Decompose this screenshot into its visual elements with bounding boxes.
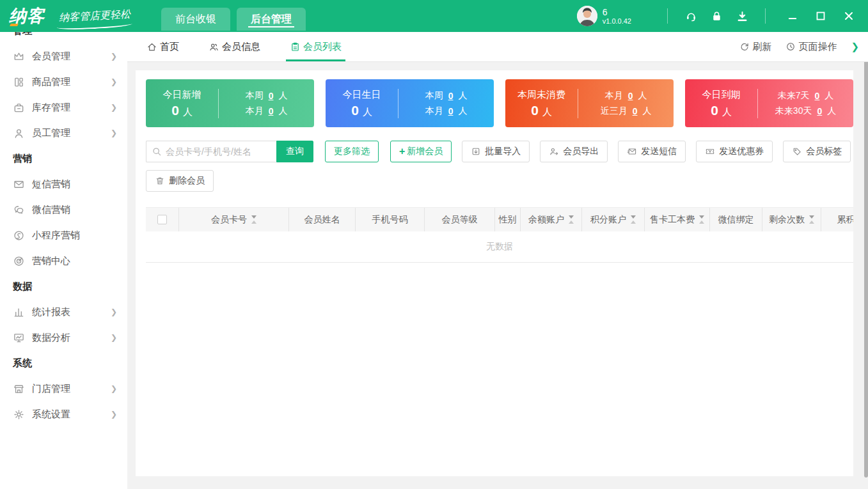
column-header[interactable]: 微信绑定 [710,208,762,231]
select-all-checkbox[interactable] [157,215,167,224]
add-member-button[interactable]: + 新增会员 [390,141,452,162]
subrow-label: 本周 [425,90,443,102]
subrow-value-link[interactable]: 0 [269,106,274,116]
sidebar-item[interactable]: 统计报表❯ [0,299,127,325]
search-button[interactable]: 查询 [276,141,313,162]
column-label: 累积积分 [837,214,854,226]
stat-card-value: 0人 [171,103,193,118]
sidebar-item[interactable]: 库存管理❯ [0,95,127,120]
page-ops-button[interactable]: 页面操作 [785,41,837,53]
column-label: 性别 [499,214,517,226]
more-filters-button[interactable]: 更多筛选 [325,141,379,162]
stat-card: 本周未消费0人本月0人近三月0人 [505,79,674,127]
chevron-right-icon: ❯ [111,103,117,112]
download-icon[interactable] [729,6,755,26]
sidebar-item-label: 系统设置 [32,408,111,421]
sidebar-item[interactable]: 微信营销 [0,197,127,222]
sidebar-item[interactable]: 营销中心 [0,248,127,274]
sort-icon[interactable] [699,215,704,224]
chevron-right-icon: ❯ [111,384,117,393]
chevron-right-icon[interactable]: ❯ [851,41,859,52]
sidebar-item[interactable]: 小程序营销 [0,222,127,248]
subrow-value-link[interactable]: 0 [633,106,638,116]
column-header[interactable]: 余额账户 [521,208,582,231]
chevron-right-icon: ❯ [111,128,117,137]
sort-icon[interactable] [251,215,256,224]
sidebar-item[interactable]: 短信营销 [0,171,127,197]
subrow-value-link[interactable]: 0 [628,91,633,101]
page-tabs: 首页会员信息会员列表 [146,32,342,61]
sort-icon[interactable] [631,215,636,224]
sidebar-item[interactable]: 员工管理❯ [0,120,127,146]
stat-card-subrow: 本周0人 [425,90,468,102]
support-icon[interactable] [678,6,704,26]
subrow-value-link[interactable]: 0 [448,91,454,101]
subrow-unit: 人 [458,105,467,117]
subrow-label: 近三月 [601,105,627,117]
export-button[interactable]: 会员导出 [540,141,608,162]
subrow-unit: 人 [638,90,647,102]
tag-button[interactable]: 会员标签 [783,141,851,162]
miniprogram-icon [13,229,25,242]
column-header[interactable]: 会员姓名 [289,208,356,231]
tag-icon [792,146,802,157]
sidebar-item[interactable]: 会员管理❯ [0,43,127,69]
user-box[interactable]: 6 v1.0.0.42 [577,6,631,26]
page-tab[interactable]: 首页 [146,32,179,61]
page-tab[interactable]: 会员列表 [290,32,342,61]
search-box: 查询 [146,141,313,162]
page-tabs-bar: 首页会员信息会员列表 刷新 页面操作 ❯ [127,32,868,62]
maximize-icon[interactable] [807,5,835,27]
lock-icon[interactable] [704,6,729,26]
avatar[interactable] [577,6,597,26]
column-label: 剩余次数 [769,214,805,226]
column-header[interactable]: 剩余次数 [762,208,821,231]
import-button[interactable]: 批量导入 [462,141,530,162]
report-icon [13,306,25,318]
subrow-unit: 人 [642,105,651,117]
column-header[interactable]: 积分账户 [582,208,645,231]
mode-tab-cashier[interactable]: 前台收银 [161,8,230,31]
titlebar: 纳客 纳客管店更轻松 前台收银后台管理 6 v1.0.0.42 [0,0,868,32]
sidebar-item[interactable]: 商品管理❯ [0,69,127,95]
subrow-value-link[interactable]: 0 [815,91,820,101]
mode-tab-admin[interactable]: 后台管理 [237,8,306,31]
subrow-value-link[interactable]: 0 [448,106,454,116]
column-label: 手机号码 [372,214,408,226]
close-icon[interactable] [835,5,863,27]
sms-icon [13,178,25,190]
inventory-icon [13,102,25,114]
column-header[interactable]: 累积积分 [821,208,853,231]
stat-card-value: 0人 [711,103,732,118]
sort-icon[interactable] [569,215,574,224]
column-header[interactable]: 售卡工本费 [645,208,710,231]
sidebar-scrollbar[interactable] [864,32,868,477]
delete-member-button[interactable]: 删除会员 [146,170,214,192]
subrow-value-link[interactable]: 0 [269,91,274,101]
coupon-button[interactable]: 发送优惠券 [696,141,773,162]
sidebar-section-label: 营销 [0,146,127,171]
column-header[interactable]: 会员卡号 [179,208,289,231]
sort-icon[interactable] [809,215,814,224]
app-logo: 纳客 [9,4,45,27]
store-icon [13,383,25,395]
sidebar-item[interactable]: 门店管理❯ [0,376,127,401]
minimize-icon[interactable] [778,5,807,27]
column-header[interactable]: 会员等级 [425,208,495,231]
send-sms-button[interactable]: 发送短信 [618,141,686,162]
page-ops-icon [785,42,796,52]
column-header[interactable]: 性别 [495,208,521,231]
stat-card-value: 0人 [531,103,552,118]
search-input[interactable] [166,146,271,157]
refresh-label: 刷新 [752,41,771,53]
add-member-label: 新增会员 [407,146,443,157]
chevron-right-icon: ❯ [111,307,117,316]
sidebar-item[interactable]: 系统设置❯ [0,401,127,427]
subrow-value-link[interactable]: 0 [817,106,822,116]
column-label: 余额账户 [528,214,564,226]
page-tab[interactable]: 会员信息 [209,32,260,61]
sidebar-item[interactable]: 数据分析❯ [0,325,127,350]
refresh-button[interactable]: 刷新 [739,41,771,53]
column-header[interactable]: 手机号码 [356,208,425,231]
plus-icon: + [399,146,405,157]
